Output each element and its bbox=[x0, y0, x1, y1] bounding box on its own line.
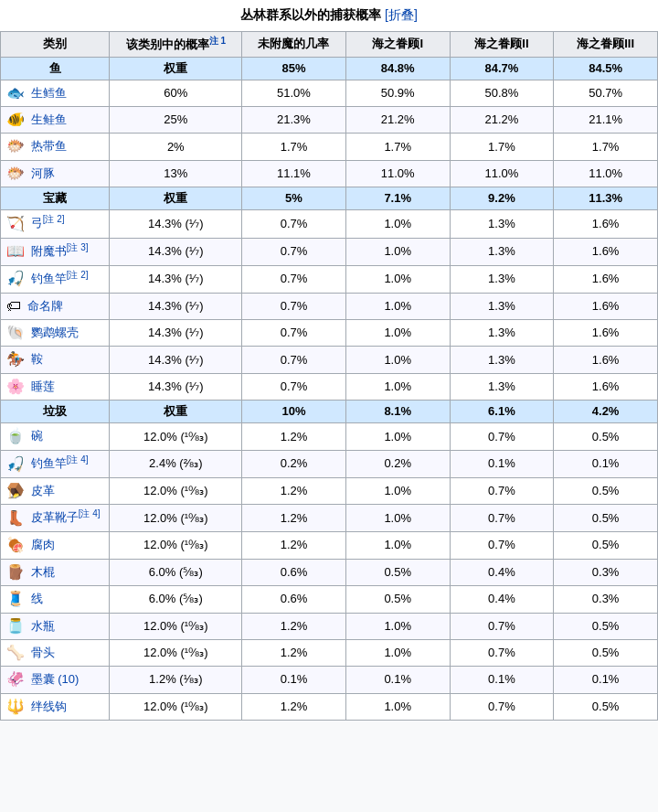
item-weight: 12.0% (¹⁰⁄₈₃) bbox=[110, 693, 242, 720]
item-name-cell: 🎣 钓鱼竿[注 4] bbox=[1, 450, 110, 477]
item-c2: 1.7% bbox=[345, 134, 450, 160]
item-icon: 👢 bbox=[6, 510, 25, 526]
item-c4: 11.0% bbox=[554, 160, 658, 187]
data-row: 🎣 钓鱼竿[注 2] 14.3% (¹⁄₇) 0.7% 1.0% 1.3% 1.… bbox=[1, 265, 658, 293]
item-c2: 1.0% bbox=[345, 373, 450, 400]
item-link[interactable]: 腐肉 bbox=[31, 538, 55, 551]
item-link[interactable]: 木棍 bbox=[31, 564, 55, 578]
item-name-cell: 🐠 生鲑鱼 bbox=[1, 107, 110, 134]
data-row: 🐡 热带鱼 2% 1.7% 1.7% 1.7% 1.7% bbox=[1, 134, 658, 160]
data-row: 🌸 睡莲 14.3% (¹⁄₇) 0.7% 1.0% 1.3% 1.6% bbox=[1, 373, 658, 400]
item-c1: 0.1% bbox=[242, 667, 346, 693]
item-name-cell: 🧵 线 bbox=[1, 586, 110, 613]
item-weight: 14.3% (¹⁄₇) bbox=[110, 347, 242, 373]
item-link[interactable]: 附魔书 bbox=[31, 244, 67, 258]
item-c2: 1.0% bbox=[345, 639, 450, 666]
section-c4: 11.3% bbox=[554, 187, 658, 210]
item-link[interactable]: 骨头 bbox=[31, 646, 55, 659]
page-container: 丛林群系以外的捕获概率 [折叠] 类别 该类别中的概率注 1 未附魔的几率 海之… bbox=[0, 0, 658, 721]
item-c1: 0.7% bbox=[242, 293, 346, 319]
item-icon: 🪵 bbox=[6, 564, 25, 580]
item-icon: 🐟 bbox=[6, 85, 25, 101]
item-link[interactable]: 鹦鹉螺壳 bbox=[31, 326, 79, 339]
item-c1: 1.2% bbox=[242, 532, 346, 559]
section-weight: 权重 bbox=[110, 187, 242, 210]
item-link[interactable]: 鞍 bbox=[31, 352, 43, 366]
section-header-row: 鱼 权重 85% 84.8% 84.7% 84.5% bbox=[1, 57, 658, 80]
item-c4: 1.7% bbox=[554, 134, 658, 160]
item-name-cell: 📖 附魔书[注 3] bbox=[1, 238, 110, 265]
item-weight: 12.0% (¹⁰⁄₈₃) bbox=[110, 505, 242, 532]
item-c3: 0.1% bbox=[450, 450, 554, 477]
item-link[interactable]: 河豚 bbox=[31, 166, 55, 180]
item-link[interactable]: 钓鱼竿 bbox=[31, 456, 67, 470]
item-name-cell: 🫙 水瓶 bbox=[1, 613, 110, 639]
item-c3: 0.4% bbox=[450, 586, 554, 613]
item-link[interactable]: 墨囊 (10) bbox=[31, 672, 80, 686]
item-c1: 0.7% bbox=[242, 347, 346, 373]
item-c2: 1.0% bbox=[345, 477, 450, 504]
header-weight-text: 该类别中的概率 bbox=[126, 37, 209, 51]
item-c2: 0.5% bbox=[345, 586, 450, 613]
section-c2: 8.1% bbox=[345, 401, 450, 423]
item-c3: 0.7% bbox=[450, 532, 554, 559]
item-c1: 0.7% bbox=[242, 265, 346, 293]
item-c3: 50.8% bbox=[450, 80, 554, 106]
item-icon: 🦑 bbox=[6, 671, 25, 687]
item-name-cell: 🏷 命名牌 bbox=[1, 293, 110, 319]
item-link[interactable]: 生鲑鱼 bbox=[31, 112, 67, 126]
item-name-cell: 🐟 生鳕鱼 bbox=[1, 80, 110, 106]
item-name-cell: 🪵 木棍 bbox=[1, 559, 110, 585]
section-weight: 权重 bbox=[110, 57, 242, 80]
data-row: 🦑 墨囊 (10) 1.2% (¹⁄₈₃) 0.1% 0.1% 0.1% 0.1… bbox=[1, 667, 658, 693]
item-c4: 0.5% bbox=[554, 477, 658, 504]
item-link[interactable]: 碗 bbox=[31, 429, 43, 443]
item-c2: 1.0% bbox=[345, 505, 450, 532]
item-c1: 51.0% bbox=[242, 80, 346, 106]
item-c4: 0.5% bbox=[554, 505, 658, 532]
item-icon: 🧵 bbox=[6, 591, 25, 606]
item-icon: 🍖 bbox=[6, 537, 25, 552]
header-weight-note: 注 1 bbox=[209, 36, 226, 46]
item-link[interactable]: 弓 bbox=[31, 217, 43, 230]
item-weight: 60% bbox=[110, 80, 242, 106]
item-c4: 0.5% bbox=[554, 532, 658, 559]
data-row: 🐟 生鳕鱼 60% 51.0% 50.9% 50.8% 50.7% bbox=[1, 80, 658, 106]
item-name-cell: 🔱 绊线钩 bbox=[1, 693, 110, 720]
item-c3: 1.3% bbox=[450, 373, 554, 400]
collapse-link[interactable]: [折叠] bbox=[385, 7, 418, 22]
item-c2: 1.0% bbox=[345, 347, 450, 373]
item-c3: 0.7% bbox=[450, 693, 554, 720]
item-icon: 🏹 bbox=[6, 216, 25, 231]
item-c4: 1.6% bbox=[554, 293, 658, 319]
item-link[interactable]: 绊线钩 bbox=[31, 699, 67, 712]
item-icon: 🎣 bbox=[6, 271, 25, 286]
item-weight: 14.3% (¹⁄₇) bbox=[110, 210, 242, 238]
item-name-cell: 🐡 热带鱼 bbox=[1, 134, 110, 160]
section-c1: 10% bbox=[242, 401, 346, 423]
item-link[interactable]: 皮革 bbox=[31, 484, 55, 497]
item-c3: 0.7% bbox=[450, 613, 554, 639]
data-row: 🏷 命名牌 14.3% (¹⁄₇) 0.7% 1.0% 1.3% 1.6% bbox=[1, 293, 658, 319]
item-link[interactable]: 生鳕鱼 bbox=[31, 85, 67, 99]
item-link[interactable]: 热带鱼 bbox=[31, 139, 67, 153]
item-c2: 1.0% bbox=[345, 238, 450, 265]
section-c2: 7.1% bbox=[345, 187, 450, 210]
data-row: 🔱 绊线钩 12.0% (¹⁰⁄₈₃) 1.2% 1.0% 0.7% 0.5% bbox=[1, 693, 658, 720]
item-link[interactable]: 睡莲 bbox=[31, 379, 55, 393]
item-name-cell: 🐡 河豚 bbox=[1, 160, 110, 187]
section-c3: 9.2% bbox=[450, 187, 554, 210]
item-icon: 🦴 bbox=[6, 645, 25, 660]
item-icon: 🐡 bbox=[6, 138, 25, 154]
item-link[interactable]: 钓鱼竿 bbox=[31, 272, 67, 285]
item-c1: 0.7% bbox=[242, 320, 346, 347]
item-weight: 6.0% (⁵⁄₈₃) bbox=[110, 559, 242, 585]
data-row: 🍵 碗 12.0% (¹⁰⁄₈₃) 1.2% 1.0% 0.7% 0.5% bbox=[1, 423, 658, 450]
item-name-cell: 🦴 骨头 bbox=[1, 639, 110, 666]
item-link[interactable]: 命名牌 bbox=[27, 298, 63, 312]
item-link[interactable]: 水瓶 bbox=[31, 618, 55, 632]
item-link[interactable]: 皮革靴子 bbox=[31, 511, 79, 525]
item-link[interactable]: 线 bbox=[31, 592, 43, 605]
item-icon: 🌸 bbox=[6, 379, 25, 394]
item-icon: 🫙 bbox=[6, 618, 25, 634]
